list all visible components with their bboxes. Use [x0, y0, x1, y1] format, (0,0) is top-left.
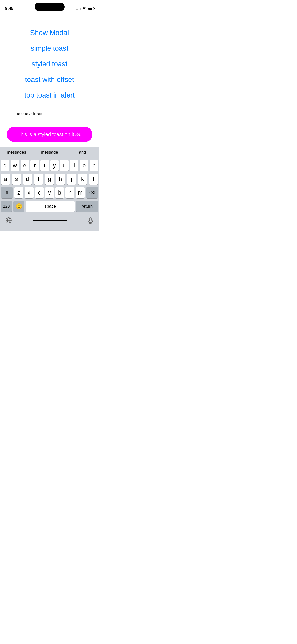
emoji-key[interactable]: 🙂: [13, 201, 24, 212]
key-y[interactable]: y: [50, 160, 59, 171]
key-b[interactable]: b: [55, 187, 64, 198]
top-toast-in-alert-button[interactable]: top toast in alert: [19, 91, 80, 99]
key-j[interactable]: j: [67, 174, 76, 185]
key-row-2: a s d f g h j k l: [1, 174, 98, 185]
space-key[interactable]: space: [26, 201, 75, 212]
key-g[interactable]: g: [45, 174, 54, 185]
key-l[interactable]: l: [89, 174, 98, 185]
wifi-icon: [82, 7, 86, 10]
keyboard[interactable]: messages message and q w e r t y u i o p…: [0, 147, 99, 231]
key-f[interactable]: f: [34, 174, 43, 185]
key-s[interactable]: s: [12, 174, 21, 185]
text-input-wrapper: [14, 109, 85, 119]
key-o[interactable]: o: [80, 160, 88, 171]
styled-toast-notification: This is a styled toast on iOS.: [7, 127, 92, 142]
key-p[interactable]: p: [90, 160, 98, 171]
simple-toast-button[interactable]: simple toast: [26, 44, 73, 52]
delete-key[interactable]: ⌫: [86, 187, 98, 198]
status-time: 9:45: [5, 6, 13, 11]
key-c[interactable]: c: [35, 187, 44, 198]
key-row-3: ⇧ z x c v b n m ⌫: [1, 187, 98, 198]
globe-icon[interactable]: [5, 217, 12, 224]
mic-icon[interactable]: [87, 217, 94, 224]
key-q[interactable]: q: [1, 160, 9, 171]
shift-icon: ⇧: [5, 190, 9, 196]
emoji-icon: 🙂: [16, 203, 22, 210]
key-x[interactable]: x: [25, 187, 34, 198]
main-content: Show Modal simple toast styled toast toa…: [0, 14, 99, 147]
svg-rect-5: [89, 218, 91, 221]
status-bar: 9:45: [0, 0, 99, 14]
key-i[interactable]: i: [70, 160, 78, 171]
delete-icon: ⌫: [89, 190, 95, 196]
status-icons: [76, 7, 94, 10]
home-indicator-area: [0, 214, 99, 226]
numbers-key[interactable]: 123: [1, 201, 12, 212]
keyboard-rows: q w e r t y u i o p a s d f g h j k l ⇧: [0, 158, 99, 212]
predictive-item-2[interactable]: message: [33, 150, 66, 155]
toast-with-offset-button[interactable]: toast with offset: [20, 76, 79, 84]
key-m[interactable]: m: [76, 187, 85, 198]
return-key[interactable]: return: [76, 201, 98, 212]
predictive-item-1[interactable]: messages: [0, 150, 33, 155]
toast-area: This is a styled toast on iOS.: [0, 127, 99, 147]
key-n[interactable]: n: [65, 187, 74, 198]
predictive-bar: messages message and: [0, 147, 99, 158]
key-r[interactable]: r: [30, 160, 39, 171]
key-h[interactable]: h: [56, 174, 65, 185]
dynamic-island: [35, 3, 65, 11]
key-z[interactable]: z: [14, 187, 23, 198]
key-v[interactable]: v: [45, 187, 54, 198]
key-row-bottom: 123 🙂 space return: [1, 201, 98, 212]
key-t[interactable]: t: [40, 160, 49, 171]
key-a[interactable]: a: [1, 174, 10, 185]
key-u[interactable]: u: [60, 160, 69, 171]
show-modal-button[interactable]: Show Modal: [25, 29, 74, 37]
home-indicator-bar: [33, 220, 67, 221]
key-e[interactable]: e: [21, 160, 29, 171]
key-k[interactable]: k: [78, 174, 87, 185]
key-d[interactable]: d: [23, 174, 32, 185]
shift-key[interactable]: ⇧: [1, 187, 13, 198]
test-text-input[interactable]: [14, 109, 85, 119]
signal-icon: [76, 8, 81, 10]
key-row-1: q w e r t y u i o p: [1, 160, 98, 171]
predictive-item-3[interactable]: and: [66, 150, 99, 155]
battery-icon: [88, 7, 94, 10]
key-w[interactable]: w: [11, 160, 19, 171]
styled-toast-button[interactable]: styled toast: [27, 60, 73, 68]
